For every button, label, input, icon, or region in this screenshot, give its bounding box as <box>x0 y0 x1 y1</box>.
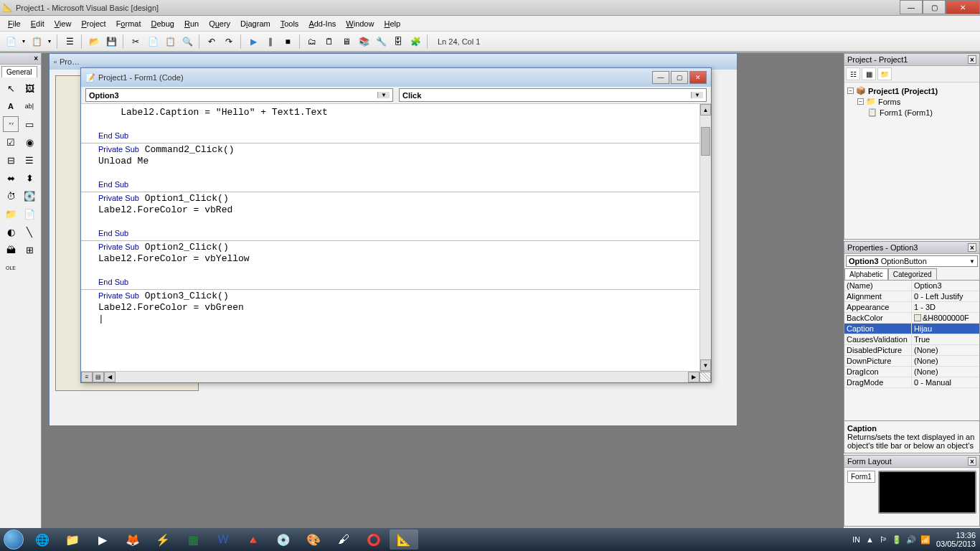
menu-help[interactable]: Help <box>379 17 405 30</box>
project-explorer-button[interactable]: 🗂 <box>304 34 320 50</box>
add-project-button[interactable]: 📄 <box>3 34 19 50</box>
code-maximize-button[interactable]: ▢ <box>671 71 688 84</box>
property-row[interactable]: CausesValidationTrue <box>844 334 979 345</box>
form-layout-body[interactable]: Form1 <box>844 468 979 526</box>
tree-forms-folder[interactable]: − 📁 Forms <box>847 96 976 107</box>
paste-button[interactable]: 📋 <box>162 34 178 50</box>
menu-run[interactable]: Run <box>179 17 204 30</box>
monitor-preview[interactable] <box>878 471 976 514</box>
stop-button[interactable]: ■ <box>280 34 296 50</box>
undo-button[interactable]: ↶ <box>204 34 220 50</box>
dirlistbox-tool[interactable]: 📁 <box>3 206 19 222</box>
procedure-dropdown[interactable]: Click ▼ <box>399 88 707 102</box>
property-row[interactable]: DragMode0 - Manual <box>844 377 979 388</box>
property-value[interactable]: (None) <box>912 345 979 355</box>
full-view-button[interactable]: ▤ <box>93 372 104 382</box>
maximize-button[interactable]: ▢ <box>923 0 946 14</box>
cut-button[interactable]: ✂ <box>128 34 143 50</box>
show-hidden-icon[interactable]: ▲ <box>866 535 874 544</box>
taskbar-word[interactable]: W <box>209 529 237 550</box>
run-button[interactable]: ▶ <box>245 34 261 50</box>
pointer-tool[interactable]: ↖ <box>3 80 19 96</box>
close-button[interactable]: ✕ <box>946 0 980 14</box>
drivelistbox-tool[interactable]: 💽 <box>22 188 37 204</box>
commandbutton-tool[interactable]: ▭ <box>22 116 37 132</box>
taskbar-vb6[interactable]: 📐 <box>390 529 418 550</box>
redo-button[interactable]: ↷ <box>221 34 237 50</box>
property-row[interactable]: DragIcon(None) <box>844 367 979 377</box>
filelistbox-tool[interactable]: 📄 <box>22 206 37 222</box>
menu-window[interactable]: Window <box>341 17 379 30</box>
tab-alphabetic[interactable]: Alphabetic <box>844 268 888 280</box>
property-value[interactable]: 1 - 3D <box>912 302 979 312</box>
project-panel-close-icon[interactable]: × <box>968 55 976 64</box>
ole-tool[interactable]: OLE <box>3 260 19 276</box>
taskbar-ie[interactable]: 🌐 <box>28 529 57 550</box>
tree-form-item[interactable]: 📋 Form1 (Form1) <box>847 107 976 118</box>
property-row[interactable]: (Name)Option3 <box>844 281 979 291</box>
clock[interactable]: 13:36 03/05/2013 <box>936 531 976 548</box>
minimize-button[interactable]: — <box>900 0 923 14</box>
resize-grip[interactable] <box>699 372 711 382</box>
add-form-button[interactable]: 📋 <box>29 34 44 50</box>
picturebox-tool[interactable]: 🖼 <box>22 80 37 96</box>
code-body[interactable]: Label2.Caption = "Hello" + Text1.Text En… <box>81 104 711 382</box>
network-icon[interactable]: 📶 <box>920 535 930 545</box>
line-tool[interactable]: ╲ <box>22 224 37 240</box>
taskbar-winamp[interactable]: ⚡ <box>149 529 177 550</box>
object-dropdown[interactable]: Option3 ▼ <box>85 88 393 102</box>
property-value[interactable]: Hijau <box>912 324 979 334</box>
label-tool[interactable]: A <box>3 98 19 114</box>
toolbox-close-icon[interactable]: × <box>34 55 38 62</box>
menu-tools[interactable]: Tools <box>275 17 304 30</box>
code-text[interactable]: Label2.Caption = "Hello" + Text1.Text En… <box>81 104 711 329</box>
menu-editor-button[interactable]: ☰ <box>62 34 77 50</box>
object-browser-button[interactable]: 📚 <box>356 34 372 50</box>
data-tool[interactable]: ⊞ <box>22 242 37 258</box>
collapse-icon[interactable]: − <box>857 98 864 105</box>
taskbar-paint[interactable]: 🖌 <box>329 529 358 550</box>
frame-tool[interactable]: ˣʸ <box>3 116 19 132</box>
menu-add-ins[interactable]: Add-Ins <box>303 17 341 30</box>
scroll-down-icon[interactable]: ▼ <box>700 359 711 371</box>
taskbar-vlc[interactable]: 🔺 <box>239 529 268 550</box>
property-row[interactable]: Appearance1 - 3D <box>844 302 979 313</box>
battery-icon[interactable]: 🔋 <box>892 535 902 545</box>
form-layout-close-icon[interactable]: × <box>968 457 976 466</box>
property-row[interactable]: Alignment0 - Left Justify <box>844 291 979 302</box>
vertical-scrollbar[interactable]: ▲ ▼ <box>699 104 711 371</box>
view-object-button[interactable]: ▦ <box>862 67 876 80</box>
taskbar-burner[interactable]: 💿 <box>269 529 298 550</box>
property-row[interactable]: BackColor&H8000000F <box>844 313 979 324</box>
scroll-thumb[interactable] <box>701 127 710 156</box>
menu-edit[interactable]: Edit <box>26 17 50 30</box>
component-manager-button[interactable]: 🧩 <box>407 34 423 50</box>
toolbox-button[interactable]: 🔧 <box>373 34 389 50</box>
image-tool[interactable]: 🏔 <box>3 242 19 258</box>
timer-tool[interactable]: ⏱ <box>3 188 19 204</box>
project-tree[interactable]: − 📦 Project1 (Project1) − 📁 Forms 📋 Form… <box>844 83 979 239</box>
menu-query[interactable]: Query <box>204 17 235 30</box>
start-button[interactable] <box>0 528 27 551</box>
dropdown-arrow[interactable]: ▾ <box>46 34 53 50</box>
tree-project-root[interactable]: − 📦 Project1 (Project1) <box>847 85 976 96</box>
menu-view[interactable]: View <box>50 17 77 30</box>
scroll-left-icon[interactable]: ◀ <box>104 372 116 382</box>
property-grid[interactable]: (Name)Option3Alignment0 - Left JustifyAp… <box>844 281 979 420</box>
code-close-button[interactable]: ✕ <box>689 71 707 84</box>
menu-diagram[interactable]: Diagram <box>235 17 275 30</box>
combobox-tool[interactable]: ⊟ <box>3 152 19 168</box>
code-titlebar[interactable]: 📝 Project1 - Form1 (Code) — ▢ ✕ <box>81 68 711 87</box>
property-value[interactable]: 0 - Manual <box>912 377 979 387</box>
view-code-button[interactable]: ☷ <box>846 67 860 80</box>
hscrollbar-tool[interactable]: ⬌ <box>3 170 19 186</box>
property-value[interactable]: (None) <box>912 356 979 366</box>
open-button[interactable]: 📂 <box>86 34 102 50</box>
properties-close-icon[interactable]: × <box>968 243 976 252</box>
toggle-folders-button[interactable]: 📁 <box>877 67 892 80</box>
menu-debug[interactable]: Debug <box>146 17 179 30</box>
flag-icon[interactable]: 🏳 <box>880 535 887 545</box>
property-row[interactable]: CaptionHijau <box>844 324 979 334</box>
shape-tool[interactable]: ◐ <box>3 224 19 240</box>
listbox-tool[interactable]: ☰ <box>22 152 37 168</box>
